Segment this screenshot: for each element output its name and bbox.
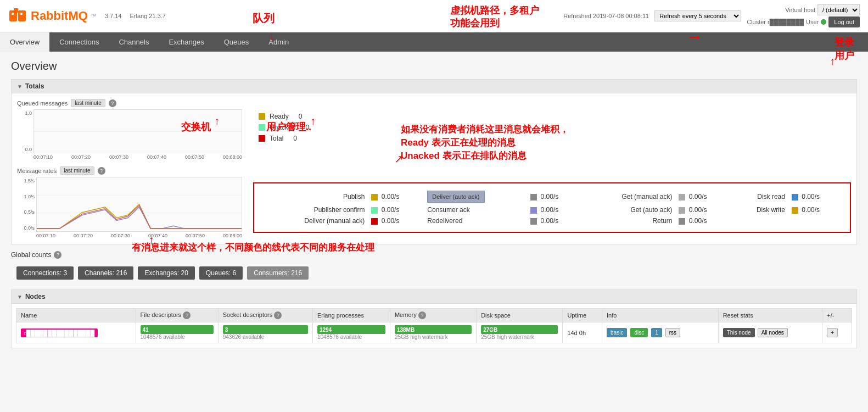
disk-read-rate: 0.00/s — [802, 193, 820, 201]
logout-button[interactable]: Log out — [828, 16, 860, 27]
node-name-bar: r████████████████ — [21, 329, 98, 337]
rates-table: Publish 0.00/s Deliver (auto ack) — [260, 189, 844, 226]
rates-row-3: Deliver (manual ack) 0.00/s Redelivered … — [260, 215, 844, 226]
get-manual-color — [679, 194, 685, 201]
global-counts-header: Global counts ? — [11, 251, 857, 259]
nodes-header[interactable]: ▼ Nodes — [12, 290, 856, 304]
disk-sub: 25GB high watermark — [481, 334, 558, 340]
global-counts-label: Global counts — [11, 251, 51, 259]
socket-desc-cell: 3 943626 available — [218, 322, 312, 343]
redelivered-rate: 0.00/s — [541, 217, 559, 225]
nodes-title: Nodes — [25, 293, 46, 300]
nodes-header-row: Name File descriptors ? Socket descripto… — [16, 309, 852, 322]
global-counts-help[interactable]: ? — [54, 251, 61, 259]
file-desc-cell: 41 1048576 available — [136, 322, 218, 343]
tag-1[interactable]: 1 — [651, 328, 662, 337]
totals-inner: Queued messages last minute ? 1.0 0.0 — [17, 99, 851, 160]
col-plusminus: +/- — [822, 309, 852, 322]
rx-5: 00:08:00 — [223, 233, 242, 238]
all-nodes-button[interactable]: All nodes — [758, 328, 788, 337]
deliver-manual-value: 0.00/s — [368, 215, 424, 226]
memory-bar: 138MB — [395, 325, 472, 334]
totals-title: Totals — [25, 82, 44, 90]
rates-chart-svg — [37, 177, 242, 231]
version-text: 3.7.14 — [105, 13, 122, 19]
nodes-section: ▼ Nodes Name File descriptors ? Socket d… — [11, 289, 857, 348]
nav-item-overview[interactable]: Overview — [0, 32, 49, 52]
socket-desc-help[interactable]: ? — [274, 311, 282, 319]
y-min-label: 0.0 — [17, 147, 32, 152]
exchanges-badge[interactable]: Exchanges: 20 — [138, 266, 194, 280]
publisher-confirm-rate: 0.00/s — [382, 206, 400, 214]
get-auto-rate: 0.00/s — [689, 206, 707, 214]
nav-item-admin[interactable]: Admin — [259, 32, 299, 52]
return-value: 0.00/s — [675, 215, 731, 226]
queues-badge[interactable]: Queues: 6 — [199, 266, 243, 280]
deliver-auto-button[interactable]: Deliver (auto ack) — [427, 191, 484, 203]
connections-badge[interactable]: Connections: 3 — [16, 266, 74, 280]
col-info: Info — [602, 309, 719, 322]
legend-ready: Ready 0 — [259, 113, 324, 120]
unacked-color — [259, 124, 265, 131]
rates-x-labels: 00:07:10 00:07:20 00:07:30 00:07:40 00:0… — [17, 233, 242, 238]
consumer-ack-rate: 0.00/s — [541, 206, 559, 214]
publish-value: 0.00/s — [368, 189, 424, 204]
deliver-auto-color — [530, 194, 537, 201]
page-title: Overview — [11, 60, 857, 73]
expand-button[interactable]: + — [827, 328, 838, 337]
page-content: Overview ▼ Totals Queued messages last m… — [0, 52, 868, 363]
rabbitmq-logo-icon — [8, 6, 28, 26]
rate-y-3: 0.5/s — [17, 209, 35, 215]
nav-item-connections[interactable]: Connections — [49, 32, 109, 52]
disk-write-value: 0.00/s — [788, 204, 844, 215]
navigation: Overview Connections Channels Exchanges … — [0, 32, 868, 52]
rx-2: 00:07:30 — [111, 233, 130, 238]
refresh-select[interactable]: Refresh every 5 seconds Refresh every 10… — [654, 10, 741, 21]
rates-badge[interactable]: last minute — [60, 166, 94, 175]
queued-chart-outer: 1.0 0.0 — [17, 109, 242, 160]
rates-grid: Publish 0.00/s Deliver (auto ack) — [253, 182, 851, 233]
rates-label: Message rates — [17, 168, 57, 174]
memory-help[interactable]: ? — [418, 311, 426, 319]
queued-help-icon[interactable]: ? — [109, 99, 116, 107]
disk-bar: 27GB — [481, 325, 558, 334]
top-right-controls: Refreshed 2019-07-08 00:08:11 Refresh ev… — [563, 4, 860, 27]
virtual-host-select[interactable]: / (default) — [817, 4, 860, 15]
channels-badge[interactable]: Channels: 216 — [78, 266, 133, 280]
queued-badge[interactable]: last minute — [71, 99, 105, 107]
svg-rect-4 — [20, 13, 23, 15]
disk-write-color — [792, 207, 798, 214]
nav-item-channels[interactable]: Channels — [109, 32, 159, 52]
ready-value: 0 — [299, 113, 303, 120]
rx-4: 00:07:50 — [186, 233, 205, 238]
consumer-ack-label: Consumer ack — [424, 204, 527, 215]
uptime-cell: 14d 0h — [563, 322, 602, 343]
publisher-confirm-color — [371, 207, 378, 214]
nav-item-queues[interactable]: Queues — [214, 32, 259, 52]
rates-help-icon[interactable]: ? — [98, 167, 105, 175]
memory-cell: 138MB 25GB high watermark — [390, 322, 476, 343]
col-file-desc: File descriptors ? — [136, 309, 218, 322]
main-content: 交换机 ↑ 用户管理.. ↑ 如果没有消费者消耗这里消息就会堆积， Ready … — [0, 52, 868, 363]
file-desc-help[interactable]: ? — [183, 311, 191, 319]
toggle-arrow: ▼ — [17, 83, 23, 90]
tag-disc[interactable]: disc — [630, 328, 648, 337]
nav-item-exchanges[interactable]: Exchanges — [159, 32, 214, 52]
tag-rss[interactable]: rss — [665, 328, 680, 337]
totals-content: Queued messages last minute ? 1.0 0.0 — [12, 93, 856, 244]
this-node-button[interactable]: This node — [723, 328, 755, 337]
deliver-manual-label: Deliver (manual ack) — [260, 215, 368, 226]
totals-header[interactable]: ▼ Totals — [12, 80, 856, 93]
rates-chart-container: 1.5/s 1.0/s 0.5/s 0.0/s — [17, 177, 242, 238]
nodes-tbody: r████████████████ 41 1048576 available 3… — [16, 322, 852, 343]
queued-label: Queued messages — [17, 100, 68, 107]
queued-chart-box — [33, 109, 242, 153]
queued-chart-svg — [34, 110, 242, 153]
tag-basic[interactable]: basic — [607, 328, 627, 337]
node-name-cell: r████████████████ — [16, 322, 136, 343]
get-manual-value: 0.00/s — [675, 189, 731, 204]
consumers-badge[interactable]: Consumers: 216 — [247, 266, 309, 280]
disk-read-value: 0.00/s — [788, 189, 844, 204]
uptime-value: 14d 0h — [567, 330, 586, 336]
rates-chart-title: Message rates last minute ? — [17, 166, 851, 175]
